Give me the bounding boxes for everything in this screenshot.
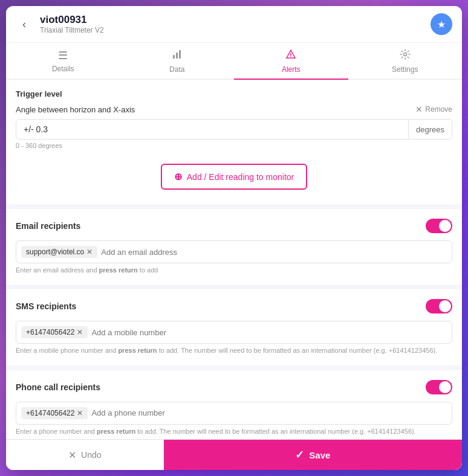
email-input[interactable] [101,248,447,257]
svg-rect-2 [179,50,181,59]
phone-recipients-title: Phone call recipients [16,382,100,392]
back-button[interactable]: ‹ [16,16,33,33]
add-edit-reading-button[interactable]: ⊕ Add / Edit reading to monitor [161,164,307,190]
tab-bar: ☰ Details Data Alerts [6,43,462,80]
sms-tag-remove[interactable]: ✕ [77,328,83,336]
main-content: Trigger level Angle between horizon and … [6,80,462,439]
email-tag-value: support@viotel.co [26,248,84,256]
email-tag-remove[interactable]: ✕ [86,248,93,256]
axis-field-row: Angle between horizon and X-axis ✕ Remov… [16,105,452,114]
sms-toggle[interactable] [426,299,452,314]
tab-details-label: Details [52,65,74,73]
svg-rect-1 [176,53,178,59]
tab-alerts[interactable]: Alerts [234,43,348,80]
sms-recipients-section: SMS recipients +61474056422 ✕ Enter a mo… [6,289,462,365]
sms-tag-value: +61474056422 [26,328,74,336]
phone-tag: +61474056422 ✕ [21,407,88,419]
remove-label: Remove [425,105,452,114]
angle-input[interactable] [16,120,408,139]
sms-tag: +61474056422 ✕ [21,326,88,338]
sms-helper: Enter a mobile phone number and press re… [16,346,452,355]
svg-point-5 [403,53,406,56]
angle-hint: 0 - 360 degrees [16,142,452,149]
tab-settings-label: Settings [392,65,418,74]
tab-alerts-label: Alerts [282,65,301,74]
save-label: Save [309,450,330,460]
undo-button[interactable]: ✕ Undo [6,440,164,470]
trigger-level-label: Trigger level [16,89,452,98]
undo-x-icon: ✕ [68,449,76,461]
email-recipients-title: Email recipients [16,221,80,231]
email-recipients-header: Email recipients [16,219,452,233]
device-name: viot00931 [40,14,423,26]
tab-settings[interactable]: Settings [348,43,463,80]
footer: ✕ Undo ✓ Save [6,439,462,470]
phone-tag-remove[interactable]: ✕ [77,409,83,417]
phone-input[interactable] [91,408,447,417]
undo-label: Undo [81,450,101,460]
header-title-area: viot00931 Triaxial Tiltmeter V2 [40,14,423,34]
email-toggle[interactable] [426,219,452,233]
x-icon: ✕ [415,105,423,114]
tab-details[interactable]: ☰ Details [6,43,120,80]
phone-toggle[interactable] [426,380,452,394]
app-header: ‹ viot00931 Triaxial Tiltmeter V2 ★ [6,6,462,43]
save-button[interactable]: ✓ Save [164,440,462,470]
sms-input[interactable] [91,328,447,337]
sms-tags-input[interactable]: +61474056422 ✕ [16,321,452,344]
details-icon: ☰ [58,49,68,62]
email-recipients-section: Email recipients support@viotel.co ✕ Ent… [6,209,462,285]
phone-tag-value: +61474056422 [26,409,74,417]
email-helper: Enter an email address and press return … [16,266,452,275]
phone-tags-input[interactable]: +61474056422 ✕ [16,402,452,425]
angle-input-container: degrees [16,119,452,140]
angle-unit: degrees [408,120,452,139]
alerts-icon [285,49,296,63]
sms-recipients-title: SMS recipients [16,301,76,311]
settings-icon [400,49,411,63]
sms-recipients-header: SMS recipients [16,299,452,314]
tab-data-label: Data [169,65,184,74]
save-check-icon: ✓ [295,448,304,462]
phone-helper: Enter a phone number and press return to… [16,427,452,436]
favorite-button[interactable]: ★ [431,13,452,35]
tab-data[interactable]: Data [120,43,235,80]
phone-recipients-section: Phone call recipients +61474056422 ✕ Ent… [6,370,462,439]
email-tags-input[interactable]: support@viotel.co ✕ [16,240,452,263]
svg-rect-0 [173,55,175,59]
remove-button[interactable]: ✕ Remove [415,105,452,114]
plus-icon: ⊕ [174,171,182,182]
axis-field-label: Angle between horizon and X-axis [16,105,135,114]
email-tag: support@viotel.co ✕ [21,246,97,258]
svg-point-3 [290,56,291,57]
phone-recipients-header: Phone call recipients [16,380,452,394]
device-subtitle: Triaxial Tiltmeter V2 [40,26,423,34]
trigger-level-section: Trigger level Angle between horizon and … [6,80,462,204]
add-edit-label: Add / Edit reading to monitor [187,172,294,182]
data-icon [172,49,183,63]
